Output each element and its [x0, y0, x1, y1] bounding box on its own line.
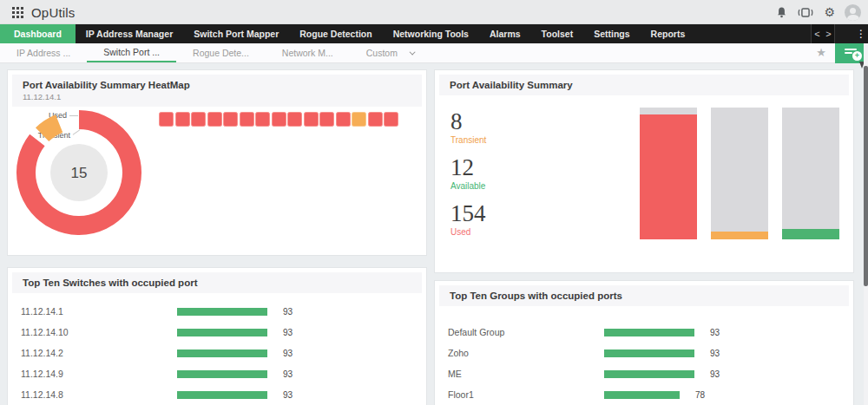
heatmap-cell-2-used: [175, 112, 190, 127]
row-label: Default Group: [448, 327, 604, 337]
dashboard-subtabs-bar: IP Address ...Switch Port ...Rogue Dete.…: [0, 43, 868, 63]
settings-gear-icon[interactable]: ⚙: [824, 6, 835, 18]
row-label: 11.12.14.8: [21, 389, 177, 400]
notifications-bell-icon[interactable]: [776, 6, 787, 19]
add-widget-icon-line: [845, 52, 852, 54]
vertical-bar-transient: [711, 108, 768, 239]
chart-row-11-12-14-1: 11.12.14.193: [8, 301, 426, 322]
subtab-label: IP Address ...: [16, 44, 70, 62]
panel-header: Top Ten Groups with occupied ports: [439, 285, 849, 306]
row-value: 93: [283, 307, 293, 317]
user-avatar[interactable]: [845, 4, 861, 21]
row-label: 11.12.14.2: [21, 348, 177, 358]
panel-title: Top Ten Groups with occupied ports: [450, 291, 838, 301]
subtab-label: Network M...: [282, 44, 333, 62]
nav-tab-alarms[interactable]: Alarms: [479, 24, 531, 43]
row-bar: [177, 329, 267, 336]
nav-tab-switch-port-mapper[interactable]: Switch Port Mapper: [183, 24, 289, 43]
row-bar: [604, 329, 694, 336]
heatmap-cell-13-transient: [352, 112, 366, 127]
row-value: 93: [283, 369, 293, 379]
chevron-down-icon: [410, 49, 416, 55]
brand: OpUtils: [12, 0, 76, 24]
scrollbar-track[interactable]: [864, 43, 868, 405]
summary-vertical-bars: [640, 108, 839, 239]
subtab-ip-address[interactable]: IP Address ...: [0, 43, 87, 62]
heatmap-cell-14-used: [368, 112, 383, 127]
subtab-switch-port[interactable]: Switch Port ...: [87, 43, 176, 62]
vertical-bar-used: [640, 108, 697, 239]
chart-row-11-12-14-2: 11.12.14.293: [8, 343, 426, 363]
heatmap-cell-5-used: [223, 112, 238, 127]
row-bar: [604, 349, 694, 357]
chart-row-11-12-14-10: 11.12.14.1093: [8, 322, 426, 343]
nav-tab-settings[interactable]: Settings: [583, 24, 640, 43]
favorite-star-icon[interactable]: ★: [816, 46, 826, 59]
row-bar: [177, 391, 267, 399]
heatmap-cell-3-used: [191, 112, 206, 127]
heatmap-cell-7-used: [255, 112, 270, 127]
donut-chart: 15: [16, 109, 142, 236]
row-value: 93: [283, 390, 293, 400]
top-bar: OpUtils ⚙: [0, 0, 868, 24]
panel-top-switches: Top Ten Switches with occupied port 11.1…: [7, 267, 427, 405]
row-value: 78: [695, 390, 705, 400]
row-bar: [177, 370, 267, 378]
nav-tab-toolset[interactable]: Toolset: [531, 24, 584, 43]
chevron-left-icon[interactable]: <: [812, 24, 823, 43]
heatmap-cell-1-used: [159, 112, 174, 127]
apps-grid-icon[interactable]: [12, 7, 23, 18]
stat-value-available: 12: [450, 156, 486, 179]
row-label: Zoho: [448, 348, 604, 358]
subtab-custom[interactable]: Custom: [350, 43, 432, 62]
stat-used: 154Used: [450, 202, 486, 237]
scrollbar-thumb[interactable]: [864, 66, 868, 286]
avatar-body: [847, 15, 859, 21]
nav-pager: < >: [811, 24, 835, 43]
add-widget-icon: [845, 49, 857, 50]
stat-available: 12Available: [450, 156, 486, 191]
row-value: 93: [283, 349, 293, 358]
row-value: 93: [710, 369, 720, 379]
panel-port-availability-summary: Port Availability Summary 8Transient12Av…: [434, 69, 854, 273]
main-nav: DashboardIP Address ManagerSwitch Port M…: [0, 24, 868, 43]
row-label: 11.12.14.9: [21, 369, 177, 379]
stat-transient: 8Transient: [450, 110, 486, 145]
panel-header: Top Ten Switches with occupied port: [12, 272, 422, 293]
chart-row-me: ME93: [435, 363, 853, 384]
nav-tab-reports[interactable]: Reports: [641, 24, 696, 43]
panel-header: Port Availability Summary: [439, 75, 849, 95]
nav-tab-networking-tools[interactable]: Networking Tools: [383, 24, 479, 43]
bar-fill-transient: [711, 232, 768, 239]
switch-rows: 11.12.14.19311.12.14.109311.12.14.29311.…: [8, 301, 426, 405]
panel-port-availability-heatmap: Port Availability Summary HeatMap 11.12.…: [7, 69, 427, 256]
bar-fill-available: [782, 229, 839, 239]
subtab-rogue-dete[interactable]: Rogue Dete...: [176, 43, 266, 62]
plus-icon: +: [852, 51, 862, 61]
nav-right-controls: < > ⋮: [811, 24, 868, 43]
topbar-actions: ⚙: [776, 0, 861, 24]
heatmap-cell-15-used: [384, 112, 398, 127]
chart-row-default-group: Default Group93: [435, 322, 853, 343]
nav-tab-ip-address-manager[interactable]: IP Address Manager: [76, 24, 183, 43]
chart-row-11-12-14-9: 11.12.14.993: [8, 363, 426, 384]
nav-tabs: DashboardIP Address ManagerSwitch Port M…: [0, 24, 695, 43]
nav-tab-dashboard[interactable]: Dashboard: [0, 24, 76, 43]
heatmap-cell-6-used: [240, 112, 254, 127]
stat-label-available: Available: [450, 181, 486, 191]
subtab-network-m[interactable]: Network M...: [266, 43, 350, 62]
panel-title: Port Availability Summary HeatMap: [23, 80, 411, 90]
stat-value-used: 154: [450, 202, 486, 225]
more-options-kebab-icon[interactable]: ⋮: [854, 24, 868, 43]
chevron-right-icon[interactable]: >: [823, 24, 834, 43]
port-heatmap-grid: [159, 112, 398, 127]
chart-row-11-12-14-8: 11.12.14.893: [8, 384, 426, 405]
dashboard-subtabs: IP Address ...Switch Port ...Rogue Dete.…: [0, 43, 432, 62]
panel-top-groups: Top Ten Groups with occupied ports Defau…: [434, 280, 854, 405]
subtab-label: Switch Port ...: [103, 43, 160, 62]
group-rows: Default Group93Zoho93ME93Floor178: [435, 322, 853, 405]
nav-tab-rogue-detection[interactable]: Rogue Detection: [289, 24, 382, 43]
row-bar: [177, 349, 267, 357]
chart-row-floor1: Floor178: [435, 384, 853, 405]
mobile-apps-icon[interactable]: [797, 6, 814, 19]
